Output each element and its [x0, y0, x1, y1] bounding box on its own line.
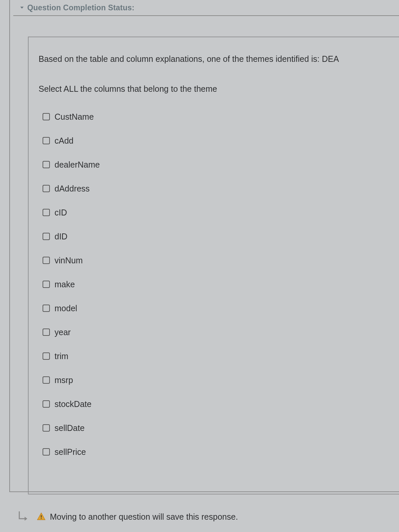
option-checkbox-year[interactable] [43, 329, 50, 336]
option-row[interactable]: dID [39, 224, 389, 248]
option-checkbox-cid[interactable] [43, 209, 50, 216]
navigation-warning: Moving to another question will save thi… [13, 509, 238, 524]
option-checkbox-vinnum[interactable] [43, 257, 50, 264]
question-instruction: Select ALL the columns that belong to th… [39, 83, 389, 95]
option-row[interactable]: sellPrice [39, 440, 389, 464]
option-checkbox-msrp[interactable] [43, 376, 50, 384]
option-row[interactable]: dealerName [39, 153, 389, 177]
option-row[interactable]: CustName [39, 105, 389, 129]
svg-rect-1 [41, 518, 42, 519]
chevron-down-icon [19, 5, 25, 10]
option-row[interactable]: model [39, 296, 389, 320]
option-row[interactable]: year [39, 320, 389, 344]
option-checkbox-trim[interactable] [43, 352, 50, 360]
warning-message: Moving to another question will save thi… [50, 512, 238, 522]
option-label: cID [55, 208, 67, 217]
svg-rect-0 [41, 515, 42, 517]
question-prompt: Based on the table and column explanatio… [39, 53, 389, 65]
option-checkbox-stockdate[interactable] [43, 400, 50, 408]
option-checkbox-selldate[interactable] [43, 424, 50, 432]
option-label: dID [55, 232, 67, 241]
option-label: model [55, 304, 77, 313]
option-label: dAddress [55, 184, 90, 194]
warning-icon [37, 512, 46, 521]
arrow-right-icon [17, 509, 31, 524]
option-row[interactable]: cAdd [39, 129, 389, 153]
question-panel: Based on the table and column explanatio… [28, 37, 399, 494]
option-row[interactable]: cID [39, 200, 389, 224]
option-row[interactable]: vinNum [39, 248, 389, 272]
option-checkbox-dealername[interactable] [43, 161, 50, 168]
option-label: dealerName [55, 160, 100, 170]
option-label: msrp [55, 375, 73, 385]
option-row[interactable]: msrp [39, 368, 389, 392]
option-checkbox-cadd[interactable] [43, 137, 50, 144]
options-list: CustName cAdd dealerName dAddress cID dI… [39, 105, 389, 464]
option-row[interactable]: make [39, 272, 389, 296]
option-label: vinNum [55, 256, 83, 265]
option-label: year [55, 328, 71, 337]
option-label: make [55, 280, 75, 289]
option-label: sellDate [55, 423, 84, 433]
status-label: Question Completion Status: [27, 3, 134, 12]
option-checkbox-daddress[interactable] [43, 185, 50, 192]
option-row[interactable]: sellDate [39, 416, 389, 440]
option-row[interactable]: stockDate [39, 392, 389, 416]
option-label: stockDate [55, 399, 91, 409]
option-checkbox-sellprice[interactable] [43, 448, 50, 456]
question-completion-status-bar[interactable]: Question Completion Status: [13, 0, 399, 16]
option-checkbox-make[interactable] [43, 281, 50, 288]
option-row[interactable]: dAddress [39, 177, 389, 200]
option-label: CustName [55, 112, 94, 122]
option-label: trim [55, 351, 68, 361]
option-label: sellPrice [55, 447, 86, 457]
option-checkbox-did[interactable] [43, 233, 50, 240]
option-label: cAdd [55, 136, 73, 146]
option-row[interactable]: trim [39, 344, 389, 368]
option-checkbox-custname[interactable] [43, 113, 50, 120]
option-checkbox-model[interactable] [43, 305, 50, 312]
